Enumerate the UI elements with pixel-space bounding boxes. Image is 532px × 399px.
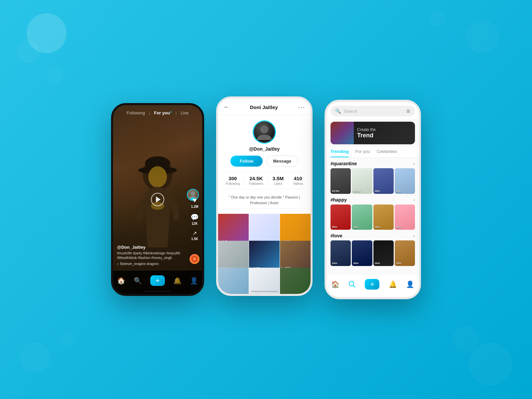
tag-quarantine[interactable]: #quarantine [331, 161, 357, 166]
tag-happy[interactable]: #happy [331, 197, 347, 202]
grid-item-2[interactable]: ▷ 150k [249, 214, 280, 244]
tag-love[interactable]: #love [331, 233, 342, 238]
l-thumb-1[interactable]: 24m [331, 240, 351, 266]
svg-point-9 [194, 258, 195, 260]
profile-avatar [253, 120, 276, 144]
feed-top-nav: Following | For you | Live [113, 110, 202, 115]
search-icon: 🔍 [335, 108, 341, 114]
love-row: 24m 20m 16m 15m [331, 240, 415, 266]
grid-item-4[interactable]: ▷ 12.5m [218, 241, 249, 271]
tab-trending[interactable]: Trending [331, 149, 349, 157]
q-thumb-2[interactable]: 20.2m [352, 168, 372, 194]
home-indicator-2 [251, 291, 278, 292]
happy-header: #happy › [331, 197, 415, 202]
h-thumb-1[interactable]: 20m [331, 204, 351, 230]
quarantine-header: #quarantine › [331, 161, 415, 166]
grid-item-5[interactable]: ▷ 949k [249, 241, 280, 271]
l-thumb-3[interactable]: 16m [373, 240, 394, 266]
view-count-8: ▷ 840k [250, 293, 260, 294]
happy-row: 20m 18m 16m 12m [331, 204, 415, 230]
explore-banner[interactable]: Create the Trend [331, 122, 415, 144]
profile-header: ← Doni Jaitley ··· [218, 98, 311, 115]
grid-item-8[interactable]: ▷ 840k [249, 268, 280, 294]
quarantine-row: 23.5m 20.2m 18m 16m [331, 168, 415, 194]
nav3-create[interactable]: + [365, 279, 379, 290]
like-action[interactable]: ♥ 1.2M [191, 197, 198, 208]
comment-action[interactable]: 💬 12K [191, 213, 199, 225]
nav-home[interactable]: 🏠 [117, 277, 125, 285]
feed-tags: #musiclife #party #tiktokredеsign #enjoy… [117, 251, 186, 260]
h-thumb-3[interactable]: 16m [373, 204, 394, 230]
chevron-quarantine: › [413, 161, 415, 166]
h-thumb-2[interactable]: 18m [352, 204, 372, 230]
stat-videos: 410 Videos [293, 176, 303, 186]
explore-tabs: Trending For you Celebrities [327, 147, 419, 158]
nav3-profile[interactable]: 👤 [406, 280, 414, 288]
profile-bio: " One day or day one you decide " Passio… [223, 193, 305, 208]
search-placeholder: Search [343, 109, 404, 114]
profile-grid: ▷ 1.5m ▷ 150k ▷ 520k ▷ 12.5m ▷ 949k ▷ 98… [218, 214, 311, 294]
nav-live[interactable]: Live [181, 110, 189, 115]
nav-notification[interactable]: 🔔 [173, 277, 182, 285]
nav3-search[interactable] [348, 281, 356, 288]
nav-search[interactable]: 🔍 [134, 277, 142, 285]
nav3-notification[interactable]: 🔔 [389, 280, 397, 288]
grid-item-6[interactable]: ▷ 989k [280, 241, 311, 271]
phone-feed: Following | For you | Live [111, 103, 204, 296]
view-count-9: ▷ 6.25k [281, 293, 292, 294]
banner-text: Create the Trend [354, 127, 415, 139]
feed-music: ♪ Believer_imagine dragons [117, 262, 186, 266]
h-thumb-4[interactable]: 12m [395, 204, 415, 230]
view-count-7: ▷ 800k [219, 293, 229, 294]
stat-likes: 3.5M Likes [273, 176, 284, 186]
svg-point-3 [148, 166, 167, 188]
chevron-happy: › [413, 197, 415, 202]
feed-info: @Don_Jaitley #musiclife #party #tiktokre… [117, 245, 186, 266]
q-thumb-1[interactable]: 23.5m [331, 168, 351, 194]
feed-username: @Don_Jaitley [117, 245, 186, 250]
love-header: #love › [331, 233, 415, 238]
banner-trend: Trend [357, 132, 412, 139]
nav3-home[interactable]: 🏠 [331, 280, 339, 288]
nav-create[interactable]: + [150, 275, 165, 286]
banner-create: Create the [357, 127, 412, 132]
follow-button[interactable]: Follow [230, 156, 263, 167]
svg-point-5 [191, 191, 195, 196]
phone1-bottom-nav: 🏠 🔍 + 🔔 👤 [113, 271, 202, 294]
banner-image [331, 122, 354, 144]
stat-followers: 24.5K Followers [249, 176, 263, 186]
back-button[interactable]: ← [223, 104, 229, 111]
profile-body: @Don_Jaitley Follow Message 300 Followin… [218, 115, 311, 214]
q-thumb-3[interactable]: 18m [373, 168, 394, 194]
search-bar[interactable]: 🔍 Search ⊞ [331, 106, 415, 116]
chevron-love: › [413, 233, 415, 238]
profile-handle: @Don_Jaitley [249, 146, 280, 152]
q-thumb-4[interactable]: 16m [395, 168, 415, 194]
tab-celebrities[interactable]: Celebrities [377, 149, 397, 157]
play-button[interactable] [151, 193, 164, 206]
phone-profile: ← Doni Jaitley ··· @Don_Jaitley Follow [216, 96, 313, 296]
grid-item-1[interactable]: ▷ 1.5m [218, 214, 249, 244]
feed-actions: ♥ 1.2M 💬 12K ↗ 1.5K [191, 197, 199, 241]
music-disc [190, 254, 200, 264]
svg-point-10 [260, 125, 268, 133]
expand-icon: ⊞ [406, 108, 410, 114]
profile-stats: 300 Following 24.5K Followers 3.5M Likes [223, 172, 305, 189]
phone-explore: 🔍 Search ⊞ Create the Trend Trending For… [325, 100, 421, 299]
grid-item-9[interactable]: ▷ 6.25k [280, 268, 311, 294]
message-button[interactable]: Message [266, 156, 298, 167]
profile-title: Doni Jaitley [250, 104, 278, 110]
more-options[interactable]: ··· [298, 104, 305, 111]
l-thumb-4[interactable]: 15m [395, 240, 415, 266]
search-header: 🔍 Search ⊞ [327, 102, 419, 119]
svg-line-12 [353, 285, 355, 287]
grid-item-7[interactable]: ▷ 800k [218, 268, 249, 294]
nav-for-you[interactable]: For you [154, 110, 172, 115]
phones-container: Following | For you | Live [111, 100, 421, 299]
share-action[interactable]: ↗ 1.5K [191, 230, 198, 241]
nav-profile[interactable]: 👤 [190, 277, 198, 285]
tab-for-you[interactable]: For you [355, 149, 370, 157]
nav-following[interactable]: Following [127, 110, 145, 115]
grid-item-3[interactable]: ▷ 520k [280, 214, 311, 244]
l-thumb-2[interactable]: 20m [352, 240, 372, 266]
